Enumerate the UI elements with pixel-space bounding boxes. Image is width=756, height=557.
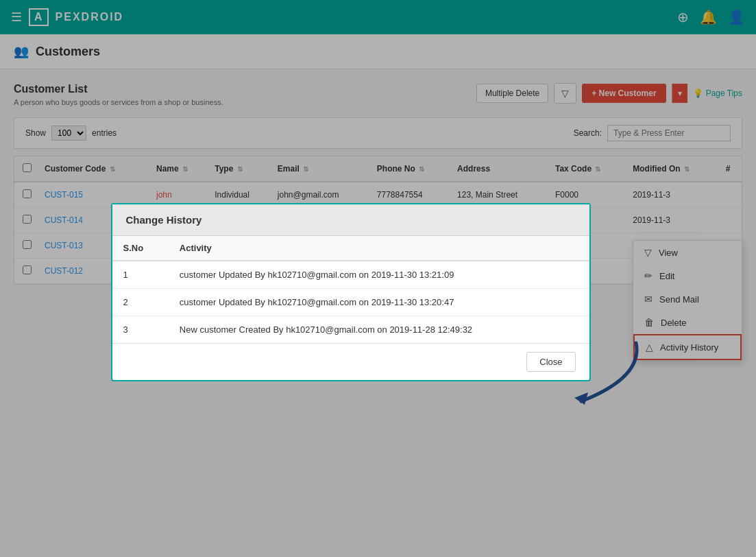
history-row: 1 customer Updated By hk102710@gmail.com… (112, 261, 589, 289)
modal-footer: Close (112, 343, 589, 380)
modal-body: S.No Activity 1 customer Updated By hk10… (112, 236, 589, 343)
history-sno: 2 (112, 289, 169, 316)
modal-overlay: Change History S.No Activity 1 customer … (0, 0, 756, 551)
modal-th-activity: Activity (169, 236, 589, 261)
arrow-annotation (561, 336, 650, 412)
history-table: S.No Activity 1 customer Updated By hk10… (112, 236, 589, 343)
modal-header: Change History (112, 204, 589, 236)
history-row: 3 New customer Created By hk102710@gmail… (112, 316, 589, 344)
history-row: 2 customer Updated By hk102710@gmail.com… (112, 289, 589, 316)
history-activity: New customer Created By hk102710@gmail.c… (169, 316, 589, 344)
modal-title: Change History (126, 214, 202, 226)
history-sno: 1 (112, 261, 169, 289)
change-history-modal: Change History S.No Activity 1 customer … (111, 203, 591, 381)
history-activity: customer Updated By hk102710@gmail.com o… (169, 289, 589, 316)
history-sno: 3 (112, 316, 169, 344)
modal-th-sno: S.No (112, 236, 169, 261)
history-activity: customer Updated By hk102710@gmail.com o… (169, 261, 589, 289)
modal-table-header: S.No Activity (112, 236, 589, 261)
